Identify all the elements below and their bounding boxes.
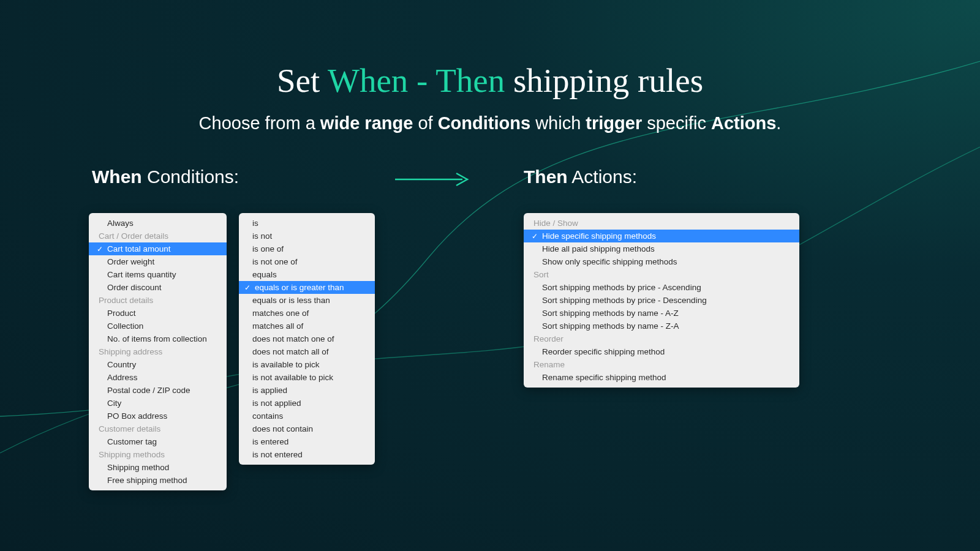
option-item[interactable]: is not applied bbox=[239, 397, 375, 410]
option-item[interactable]: matches one of bbox=[239, 307, 375, 320]
when-section-label: When Conditions: bbox=[92, 167, 239, 187]
option-item[interactable]: Shipping method bbox=[89, 461, 227, 474]
option-item[interactable]: Rename specific shipping method bbox=[524, 371, 799, 384]
option-item[interactable]: is not entered bbox=[239, 448, 375, 461]
option-item[interactable]: Always bbox=[89, 217, 227, 230]
option-item[interactable]: Sort shipping methods by price - Descend… bbox=[524, 294, 799, 307]
option-item[interactable]: ✓equals or is greater than bbox=[239, 281, 375, 294]
option-item[interactable]: does not contain bbox=[239, 422, 375, 435]
group-header: Customer details bbox=[89, 422, 227, 435]
arrow-icon bbox=[395, 170, 475, 189]
option-item[interactable]: ✓Hide specific shipping methods bbox=[524, 230, 799, 242]
page-headline: Set When - Then shipping rules bbox=[0, 61, 980, 100]
option-item[interactable]: Sort shipping methods by name - A-Z bbox=[524, 307, 799, 320]
option-item[interactable]: equals bbox=[239, 268, 375, 281]
option-item[interactable]: Order weight bbox=[89, 255, 227, 268]
group-header: Rename bbox=[524, 358, 799, 371]
option-item[interactable]: is one of bbox=[239, 242, 375, 255]
option-item[interactable]: does not match one of bbox=[239, 332, 375, 345]
check-icon: ✓ bbox=[530, 232, 540, 241]
headline-accent: When - Then bbox=[328, 62, 505, 99]
option-item[interactable]: is applied bbox=[239, 384, 375, 397]
operators-panel: isis notis one ofis not one ofequals✓equ… bbox=[239, 213, 375, 465]
group-header: Cart / Order details bbox=[89, 230, 227, 242]
option-item[interactable]: Hide all paid shipping methods bbox=[524, 242, 799, 255]
option-item[interactable]: is available to pick bbox=[239, 358, 375, 371]
option-item[interactable]: Postal code / ZIP code bbox=[89, 384, 227, 397]
option-item[interactable]: No. of items from collection bbox=[89, 332, 227, 345]
option-item[interactable]: Show only specific shipping methods bbox=[524, 255, 799, 268]
option-item[interactable]: ✓Cart total amount bbox=[89, 242, 227, 255]
option-item[interactable]: is not one of bbox=[239, 255, 375, 268]
option-item[interactable]: does not match all of bbox=[239, 345, 375, 358]
option-item[interactable]: Country bbox=[89, 358, 227, 371]
option-item[interactable]: is entered bbox=[239, 435, 375, 448]
option-item[interactable]: Product bbox=[89, 307, 227, 320]
option-item[interactable]: contains bbox=[239, 410, 375, 422]
group-header: Sort bbox=[524, 268, 799, 281]
option-item[interactable]: City bbox=[89, 397, 227, 410]
group-header: Shipping address bbox=[89, 345, 227, 358]
option-item[interactable]: Cart items quantity bbox=[89, 268, 227, 281]
conditions-panel: AlwaysCart / Order details✓Cart total am… bbox=[89, 213, 227, 490]
option-item[interactable]: PO Box address bbox=[89, 410, 227, 422]
option-item[interactable]: equals or is less than bbox=[239, 294, 375, 307]
option-item[interactable]: Customer tag bbox=[89, 435, 227, 448]
group-header: Reorder bbox=[524, 332, 799, 345]
actions-panel: Hide / Show✓Hide specific shipping metho… bbox=[524, 213, 799, 388]
option-item[interactable]: Free shipping method bbox=[89, 474, 227, 487]
option-item[interactable]: Order discount bbox=[89, 281, 227, 294]
option-item[interactable]: is not bbox=[239, 230, 375, 242]
group-header: Product details bbox=[89, 294, 227, 307]
option-item[interactable]: Collection bbox=[89, 320, 227, 332]
option-item[interactable]: Sort shipping methods by name - Z-A bbox=[524, 320, 799, 332]
option-item[interactable]: Address bbox=[89, 371, 227, 384]
option-item[interactable]: is not available to pick bbox=[239, 371, 375, 384]
check-icon: ✓ bbox=[95, 245, 105, 253]
group-header: Hide / Show bbox=[524, 217, 799, 230]
option-item[interactable]: is bbox=[239, 217, 375, 230]
then-section-label: Then Actions: bbox=[524, 167, 637, 187]
group-header: Shipping methods bbox=[89, 448, 227, 461]
page-subhead: Choose from a wide range of Conditions w… bbox=[0, 113, 980, 133]
option-item[interactable]: matches all of bbox=[239, 320, 375, 332]
option-item[interactable]: Sort shipping methods by price - Ascendi… bbox=[524, 281, 799, 294]
option-item[interactable]: Reorder specific shipping method bbox=[524, 345, 799, 358]
check-icon: ✓ bbox=[243, 283, 252, 292]
